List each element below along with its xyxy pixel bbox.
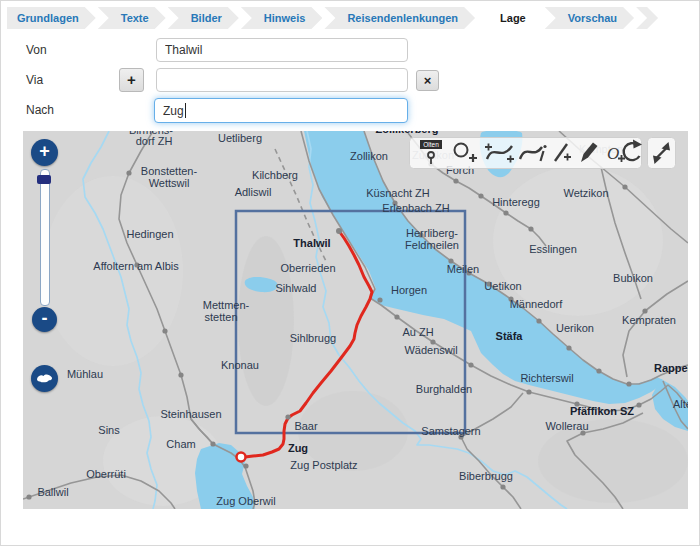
station-dot: [26, 494, 31, 499]
map-label: Uetliberg: [218, 132, 262, 144]
map-label: Zug: [288, 442, 308, 454]
map-label: Oberrüti: [86, 468, 126, 480]
switzerland-icon: [31, 365, 58, 392]
svg-text:Olten: Olten: [423, 141, 439, 148]
map-svg[interactable]: Birmens-dorf ZHUetlibergZollikerbergZoll…: [23, 131, 688, 509]
map-canvas[interactable]: Birmens-dorf ZHUetlibergZollikerbergZoll…: [23, 131, 688, 509]
zoom-slider-handle[interactable]: [37, 175, 51, 184]
map-label: Hinteregg: [492, 196, 540, 208]
tab-texte[interactable]: Texte: [98, 7, 166, 29]
tab-reisendenlenkungen[interactable]: Reisendenlenkungen: [324, 7, 475, 29]
map-label: Männedorf: [510, 298, 564, 310]
page: Grundlagen Texte Bilder Hinweis Reisende…: [0, 0, 700, 546]
via-label: Via: [26, 73, 43, 87]
station-dot: [243, 463, 248, 468]
text-cursor: [185, 103, 186, 118]
nach-label: Nach: [26, 103, 54, 117]
map-label: Uerikon: [556, 322, 594, 334]
map-label: Oberrieden: [280, 262, 335, 274]
switzerland-home-button[interactable]: [31, 365, 58, 392]
station-dot: [626, 381, 631, 386]
map-label: Biberbrugg: [459, 470, 513, 482]
tab-bilder[interactable]: Bilder: [168, 7, 239, 29]
map-label: Stäfa: [496, 330, 524, 342]
zoom-slider-track[interactable]: [40, 169, 50, 306]
map-label: Feldmeilen: [405, 239, 459, 251]
map-label: Bonstetten-: [141, 165, 198, 177]
road: [461, 393, 523, 509]
map-label: Baar: [294, 420, 318, 432]
station-dot: [503, 210, 508, 215]
map-label: Esslingen: [529, 243, 577, 255]
map-label: Ballwil: [37, 486, 68, 498]
map-label: Zollikerberg: [376, 131, 439, 135]
tab-hinweis[interactable]: Hinweis: [241, 7, 323, 29]
clear-via-button[interactable]: ×: [416, 70, 439, 91]
map-label: Steinhausen: [160, 408, 221, 420]
map-label: Sihlbrugg: [290, 332, 336, 344]
tab-lage[interactable]: Lage: [477, 7, 543, 29]
map-label: stetten: [204, 311, 237, 323]
map-label: Mettmen-: [203, 299, 250, 311]
map-label: Cham: [166, 438, 195, 450]
route-end-marker[interactable]: [237, 453, 246, 462]
station-dot: [453, 178, 458, 183]
map-label: Kempraten: [622, 314, 676, 326]
map-label: Erlenbach ZH: [382, 202, 449, 214]
zoom-out-button[interactable]: -: [32, 307, 57, 332]
map-label: Hedingen: [126, 228, 173, 240]
map-label: Knonau: [221, 359, 259, 371]
map-label: Altendorf: [673, 398, 688, 410]
station-dot: [478, 193, 483, 198]
station-dot: [536, 318, 541, 323]
map-label: Burghalden: [416, 383, 472, 395]
map-label: Küsnacht ZH: [366, 187, 430, 199]
add-via-button[interactable]: +: [119, 68, 144, 92]
von-input[interactable]: [156, 38, 408, 62]
via-input[interactable]: [156, 68, 408, 92]
map-label: Pfäffikon SZ: [570, 405, 634, 417]
station-dot: [394, 314, 399, 319]
tab-grundlagen[interactable]: Grundlagen: [7, 7, 96, 29]
breadcrumb-tail: [636, 7, 658, 29]
station-dot: [210, 441, 215, 446]
station-dot: [162, 328, 167, 333]
station-dot: [500, 484, 505, 489]
map-label: Zug Oberwil: [216, 495, 275, 507]
von-label: Von: [26, 43, 47, 57]
map-label: Bubikon: [613, 272, 653, 284]
map-label: Wädenswil: [404, 344, 457, 356]
zoom-in-button[interactable]: +: [31, 139, 58, 166]
map-label: Samstagern: [421, 425, 480, 437]
map-label: Herrliberg-: [406, 227, 458, 239]
station-dot: [468, 362, 473, 367]
map-toolbar: Olten: [409, 137, 679, 169]
svg-text:O: O: [607, 144, 619, 163]
map-label: Sins: [98, 424, 120, 436]
tab-vorschau[interactable]: Vorschau: [545, 7, 634, 29]
map-label: Au ZH: [402, 326, 433, 338]
station-dot: [377, 297, 382, 302]
map-label: Richterswil: [520, 372, 573, 384]
map-label: Horgen: [391, 284, 427, 296]
station-dot: [178, 372, 183, 377]
station-dot: [528, 226, 533, 231]
map-label: Wollerau: [545, 420, 588, 432]
station-dot: [526, 389, 531, 394]
station-dot: [566, 345, 571, 350]
station-dot: [636, 402, 641, 407]
station-dot: [622, 184, 627, 189]
map-label: Sihlwald: [276, 282, 317, 294]
map-label: Uetikon: [484, 280, 521, 292]
map-label: dorf ZH: [136, 135, 173, 147]
map-label: Wettswil: [149, 177, 190, 189]
station-dot: [596, 368, 601, 373]
nach-input[interactable]: [154, 98, 408, 123]
station-dot: [642, 308, 647, 313]
breadcrumb: Grundlagen Texte Bilder Hinweis Reisende…: [7, 7, 658, 29]
map-label: Affoltern am Albis: [93, 260, 179, 272]
map-label: Kilchberg: [252, 169, 298, 181]
station-dot: [126, 170, 131, 175]
map-label: Adliswil: [235, 186, 272, 198]
map-label: Meilen: [447, 263, 479, 275]
